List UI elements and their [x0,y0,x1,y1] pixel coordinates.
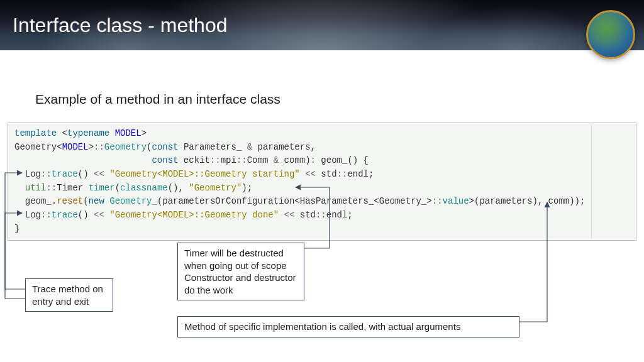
code-line: Log::trace() << "Geometry<MODEL>::Geomet… [14,168,630,182]
code-line: const eckit::mpi::Comm & comm): geom_() … [14,154,630,168]
slide-title: Interface class - method [13,14,227,37]
slide-subtitle: Example of a method in an interface clas… [35,92,280,107]
code-line: Geometry<MODEL>::Geometry(const Paramete… [14,141,630,155]
organization-logo-icon [586,10,635,59]
code-example: template <typename MODEL> Geometry<MODEL… [8,123,636,241]
code-line: geom_.reset(new Geometry_(parametersOrCo… [14,195,630,209]
title-banner: Interface class - method [0,0,644,50]
callout-timer: Timer will be destructed when going out … [177,243,304,300]
code-line: util::Timer timer(classname(), "Geometry… [14,182,630,195]
callout-trace: Trace method on entry and exit [25,278,113,312]
code-line: Log::trace() << "Geometry<MODEL>::Geomet… [14,209,630,222]
callout-method: Method of specific implementation is cal… [177,316,519,337]
code-line: template <typename MODEL> [14,127,630,141]
code-line: } [14,222,630,236]
